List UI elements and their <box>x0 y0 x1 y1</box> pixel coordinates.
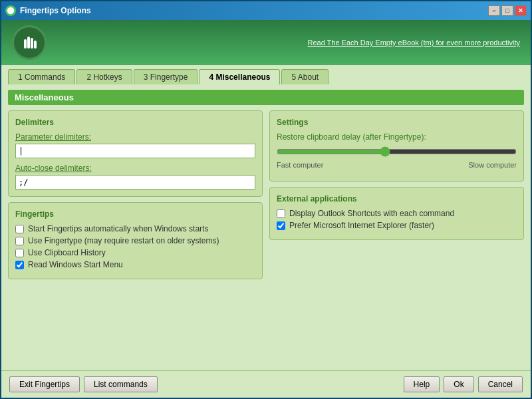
footer-right-buttons: Help Ok Cancel <box>404 376 523 392</box>
exit-fingertips-button[interactable]: Exit Fingertips <box>9 376 80 392</box>
external-apps-panel: External applications Display Outlook Sh… <box>269 187 524 240</box>
checkbox-clipboard-history-label: Use Clipboard History <box>28 248 106 257</box>
tab-miscellaneous[interactable]: 4 Miscellaneous <box>199 69 280 84</box>
app-icon <box>5 5 16 16</box>
main-window: Fingertips Options – □ ✕ Read The Each D… <box>0 0 532 399</box>
slider-left-label: Fast computer <box>277 161 323 169</box>
checkbox-start-auto-label: Start Fingertips automatically when Wind… <box>28 224 208 233</box>
help-button[interactable]: Help <box>404 376 440 392</box>
checkbox-outlook-shortcuts-input[interactable] <box>277 209 285 218</box>
checkbox-prefer-ie: Prefer Microsoft Internet Explorer (fast… <box>277 221 517 230</box>
svg-rect-1 <box>24 39 27 49</box>
svg-rect-3 <box>31 38 33 49</box>
titlebar: Fingertips Options – □ ✕ <box>1 1 531 20</box>
cancel-button[interactable]: Cancel <box>478 376 523 392</box>
clipboard-delay-section: Restore clipboard delay (after Fingertyp… <box>277 132 517 169</box>
svg-rect-4 <box>34 41 37 49</box>
right-column: Settings Restore clipboard delay (after … <box>269 110 524 279</box>
close-button[interactable]: ✕ <box>515 5 527 16</box>
footer-left-buttons: Exit Fingertips List commands <box>9 376 400 392</box>
tab-about[interactable]: 5 About <box>281 69 329 84</box>
content-area: Miscellaneous Delimiters Parameter delim… <box>1 84 531 370</box>
ok-button[interactable]: Ok <box>444 376 473 392</box>
delimiters-panel: Delimiters Parameter delimiters: Auto-cl… <box>8 110 263 197</box>
slider-right-label: Slow computer <box>468 161 517 169</box>
param-delimiters-label: Parameter delimiters: <box>15 132 255 142</box>
checkbox-start-auto: Start Fingertips automatically when Wind… <box>15 224 255 233</box>
ebook-link[interactable]: Read The Each Day Empty eBook (tm) for e… <box>47 39 520 47</box>
svg-rect-2 <box>27 37 30 49</box>
autoclose-delimiters-group: Auto-close delimiters: <box>15 164 255 190</box>
minimize-button[interactable]: – <box>488 5 500 16</box>
checkbox-prefer-ie-label: Prefer Microsoft Internet Explorer (fast… <box>289 221 434 230</box>
slider-label: Restore clipboard delay (after Fingertyp… <box>277 132 517 142</box>
checkbox-clipboard-history-input[interactable] <box>15 249 24 257</box>
section-title: Miscellaneous <box>8 90 524 105</box>
param-delimiters-input[interactable] <box>15 144 255 158</box>
footer: Exit Fingertips List commands Help Ok Ca… <box>1 370 531 398</box>
app-logo <box>12 25 47 60</box>
checkbox-clipboard-history: Use Clipboard History <box>15 248 255 257</box>
checkbox-outlook-shortcuts-label: Display Outlook Shortcuts with each comm… <box>289 209 454 218</box>
autoclose-delimiters-label: Auto-close delimiters: <box>15 164 255 173</box>
autoclose-delimiters-input[interactable] <box>15 175 255 190</box>
checkbox-use-fingertype-input[interactable] <box>15 237 24 245</box>
external-apps-title: External applications <box>277 194 517 203</box>
checkbox-outlook-shortcuts: Display Outlook Shortcuts with each comm… <box>277 209 517 218</box>
window-controls: – □ ✕ <box>488 5 527 16</box>
maximize-button[interactable]: □ <box>501 5 513 16</box>
checkbox-use-fingertype: Use Fingertype (may require restart on o… <box>15 236 255 245</box>
settings-title: Settings <box>277 118 517 127</box>
list-commands-button[interactable]: List commands <box>84 376 158 392</box>
fingertips-title: Fingertips <box>15 209 255 219</box>
tabs-bar: 1 Commands 2 Hotkeys 3 Fingertype 4 Misc… <box>1 65 531 84</box>
clipboard-delay-slider[interactable] <box>277 146 517 158</box>
param-delimiters-group: Parameter delimiters: <box>15 132 255 158</box>
checkbox-prefer-ie-input[interactable] <box>277 221 285 230</box>
delimiters-title: Delimiters <box>15 118 255 127</box>
slider-labels: Fast computer Slow computer <box>277 161 517 169</box>
tab-hotkeys[interactable]: 2 Hotkeys <box>76 69 132 84</box>
left-column: Delimiters Parameter delimiters: Auto-cl… <box>8 110 263 279</box>
tab-commands[interactable]: 1 Commands <box>8 69 75 84</box>
checkbox-start-auto-input[interactable] <box>15 225 24 233</box>
settings-panel: Settings Restore clipboard delay (after … <box>269 110 524 182</box>
checkbox-read-start-menu: Read Windows Start Menu <box>15 260 255 269</box>
checkbox-read-start-menu-input[interactable] <box>15 261 24 269</box>
svg-point-0 <box>7 7 15 15</box>
checkbox-use-fingertype-label: Use Fingertype (may require restart on o… <box>28 236 219 245</box>
checkbox-read-start-menu-label: Read Windows Start Menu <box>28 260 123 269</box>
tab-fingertype[interactable]: 3 Fingertype <box>134 69 198 84</box>
header: Read The Each Day Empty eBook (tm) for e… <box>1 20 531 65</box>
fingertips-panel: Fingertips Start Fingertips automaticall… <box>8 202 263 279</box>
window-title: Fingertips Options <box>20 6 488 15</box>
two-column-layout: Delimiters Parameter delimiters: Auto-cl… <box>8 110 524 279</box>
